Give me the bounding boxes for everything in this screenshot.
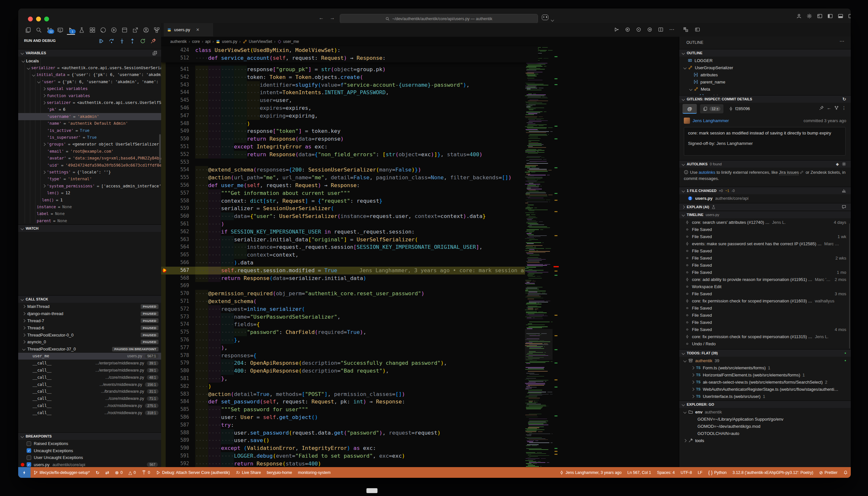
code-line[interactable]: 547····················expiring=expiring… bbox=[161, 112, 679, 120]
branch-status[interactable]: lifecycle/fix-debugger-setup* bbox=[31, 467, 93, 478]
disconnect-button[interactable] bbox=[150, 37, 157, 45]
timeline-section-header[interactable]: TIMELINEusers.py bbox=[679, 211, 851, 218]
activity-item-files[interactable] bbox=[24, 26, 32, 34]
go-env-var[interactable]: GOMOD=~/dev/authentik/go.mod bbox=[697, 423, 851, 430]
variable-row[interactable]: 'type'='internal' bbox=[18, 176, 161, 183]
gitlens-tab-overview[interactable]: @ bbox=[682, 104, 697, 114]
breakpoint-checkbox[interactable] bbox=[27, 455, 31, 460]
changed-file-row[interactable]: users.pyauthentik/core/api bbox=[679, 195, 851, 202]
call-stack-frame[interactable]: __call__.../enterprise/middleware.py39:1 bbox=[18, 360, 161, 367]
go-env-var[interactable]: GOTOOLCHAIN=auto bbox=[697, 430, 851, 437]
code-line[interactable]: 587········try: bbox=[161, 421, 679, 429]
activity-item-run-circle[interactable] bbox=[110, 26, 118, 34]
author-link[interactable]: Jens Langhammer bbox=[693, 118, 729, 123]
variable-row[interactable]: 'is_active'=True bbox=[18, 127, 161, 134]
code-line[interactable]: 580············400: OpenApiResponse(desc… bbox=[161, 367, 679, 375]
timeline-item[interactable]: File Saved bbox=[679, 304, 851, 311]
variables-section-header[interactable]: VARIABLES bbox=[18, 49, 161, 57]
timeline-item[interactable]: core: search users' attributes (#12740) … bbox=[679, 219, 851, 226]
breakpoint-checkbox[interactable]: ✓ bbox=[27, 462, 31, 467]
explorer-go-section-header[interactable]: EXPLORER: GO bbox=[679, 401, 851, 408]
code-line[interactable]: 546····················expires=expires, bbox=[161, 104, 679, 112]
call-stack-frame[interactable]: __call__.../core/middleware.py71:1 bbox=[18, 395, 161, 402]
breadcrumb-item-core[interactable]: core bbox=[192, 39, 200, 44]
timeline-item[interactable]: File Saved2 wks bbox=[679, 254, 851, 262]
todo-file-row[interactable]: TSHorizontalFormElement.ts (web/src/elem… bbox=[679, 371, 851, 378]
code-line[interactable]: 565················context=context, bbox=[161, 251, 679, 259]
activity-item-references[interactable] bbox=[153, 26, 161, 34]
call-stack-frame[interactable]: __call__.../events/middleware.py156:1 bbox=[18, 381, 161, 388]
minimap[interactable] bbox=[525, 46, 553, 467]
code-line[interactable]: 583····@action(detail=True, methods=["PO… bbox=[161, 390, 679, 398]
call-stack-frame[interactable]: user_meusers.py567:1 bbox=[18, 353, 161, 360]
variable-row[interactable]: initial_data={'user': {'pk': 6, 'usernam… bbox=[18, 72, 161, 78]
refresh-icon[interactable]: ↻ bbox=[842, 97, 846, 101]
call-stack-thread[interactable]: MainThreadPAUSED bbox=[18, 303, 161, 310]
call-stack-thread[interactable]: django-main-threadPAUSED bbox=[18, 310, 161, 317]
code-line[interactable]: 567········self.request.session.modified… bbox=[161, 267, 679, 275]
variable-row[interactable]: parent=None bbox=[18, 217, 161, 224]
variable-row[interactable]: 'user'={'pk': 6, 'username': 'akadmin', … bbox=[18, 78, 161, 85]
breadcrumb-item-user-me[interactable]: user_me bbox=[277, 39, 299, 44]
code-line[interactable]: 590········except (ValidationError, Inte… bbox=[161, 444, 679, 452]
timeline-item[interactable]: core: add ability to provide reason for … bbox=[679, 276, 851, 283]
kebab-icon[interactable]: ⋮ bbox=[842, 106, 846, 110]
copilot-chevron-icon[interactable] bbox=[551, 17, 554, 22]
call-stack-section-header[interactable]: CALL STACK bbox=[18, 295, 161, 303]
timeline-item[interactable]: File Saved bbox=[679, 311, 851, 319]
code-line[interactable]: 555····@action(url_path="me", url_name="… bbox=[161, 174, 679, 182]
go-env-var[interactable]: GOENV=~/Library/Application Support/go/e… bbox=[697, 416, 851, 423]
autolink-icon[interactable]: ◆ bbox=[836, 162, 839, 166]
python-interpreter[interactable]: 3.12.8 ('authentik-xEAhpGPh-py3.12': Poe… bbox=[730, 467, 816, 478]
code-line[interactable]: 561········) bbox=[161, 220, 679, 228]
debug-session[interactable]: Debug: Attach Server Core (authentik) bbox=[153, 467, 233, 478]
gitlens-tab-files[interactable]: 12 ± bbox=[700, 104, 724, 113]
outline-item-parent_name[interactable]: parent_name bbox=[679, 78, 851, 86]
graph-icon[interactable] bbox=[834, 106, 839, 110]
code-line[interactable]: 572········request=inline_serializer( bbox=[161, 305, 679, 313]
code-line[interactable]: 568········return Response(data=serializ… bbox=[161, 275, 679, 282]
breadcrumb-item-authentik[interactable]: authentik bbox=[170, 39, 187, 44]
code-line[interactable]: 552················return Response(data=… bbox=[161, 151, 679, 158]
activity-item-share[interactable] bbox=[131, 26, 139, 34]
titlebar-panel-left-button[interactable] bbox=[826, 12, 834, 19]
variable-row[interactable]: len()=12 bbox=[18, 190, 161, 197]
jira-link[interactable]: Jira issues bbox=[779, 170, 799, 175]
variable-row[interactable]: Locals bbox=[18, 58, 161, 64]
back-icon[interactable]: ← bbox=[827, 106, 831, 110]
todo-file-row[interactable]: TSak-search-select-view.ts (web/src/elem… bbox=[679, 378, 851, 386]
stats-icon[interactable] bbox=[842, 188, 846, 193]
timeline-item[interactable]: File Saved4 mos bbox=[679, 326, 851, 333]
run-python-file-button[interactable] bbox=[613, 26, 620, 33]
encoding[interactable]: UTF-8 bbox=[678, 467, 695, 478]
titlebar-gear-button[interactable] bbox=[806, 12, 813, 19]
variable-row[interactable]: 'username'='akadmin' bbox=[18, 113, 161, 120]
ports-status[interactable]: 0 bbox=[139, 467, 153, 478]
code-line[interactable]: 556····def user_me(self, request: Reques… bbox=[161, 182, 679, 189]
code-line[interactable]: 581········}, bbox=[161, 375, 679, 383]
close-tab-icon[interactable]: ✕ bbox=[196, 27, 200, 32]
code-line[interactable]: 560············data={"user": UserSelfSer… bbox=[161, 213, 679, 220]
variable-row[interactable]: 'is_superuser'=True bbox=[18, 134, 161, 141]
code-line[interactable]: 584····def set_password(self, request: R… bbox=[161, 398, 679, 406]
go-env-row[interactable]: envauthentik bbox=[679, 408, 851, 416]
code-line[interactable]: 591············LOGGER.debug(event="Faile… bbox=[161, 452, 679, 460]
code-line[interactable]: 579············204: OpenApiResponse(desc… bbox=[161, 359, 679, 367]
call-stack-thread[interactable]: ThreadPoolExecutor-0_0PAUSED bbox=[18, 331, 161, 339]
code-line[interactable]: 577········), bbox=[161, 344, 679, 352]
gitlens-section-header[interactable]: GITLENS: INSPECT: COMMIT DETAILS↻ bbox=[679, 95, 851, 103]
code-line[interactable]: 589············user.save() bbox=[161, 437, 679, 444]
activity-item-person-circle[interactable] bbox=[142, 26, 150, 34]
timeline-item[interactable]: File Saved bbox=[679, 226, 851, 233]
collapse-variables-icon[interactable] bbox=[152, 51, 157, 56]
code-line[interactable]: 582····) bbox=[161, 383, 679, 390]
variable-row[interactable]: 'uid'='49d24724dfa590a20fb5961e9c6673cd1… bbox=[18, 162, 161, 169]
continue-button[interactable] bbox=[97, 37, 105, 45]
autolinks-section-header[interactable]: AUTOLINKS0 found◆ bbox=[679, 160, 851, 168]
close-window-button[interactable] bbox=[28, 17, 33, 21]
variable-row[interactable]: 'system_permissions'=['access_admin_inte… bbox=[18, 183, 161, 189]
code-line[interactable]: 550················return Response(data=… bbox=[161, 135, 679, 143]
compare-status[interactable]: ⇄ bbox=[102, 467, 112, 478]
breakpoint-checkbox[interactable] bbox=[27, 441, 31, 446]
breadcrumb-item-api[interactable]: api bbox=[205, 39, 211, 44]
